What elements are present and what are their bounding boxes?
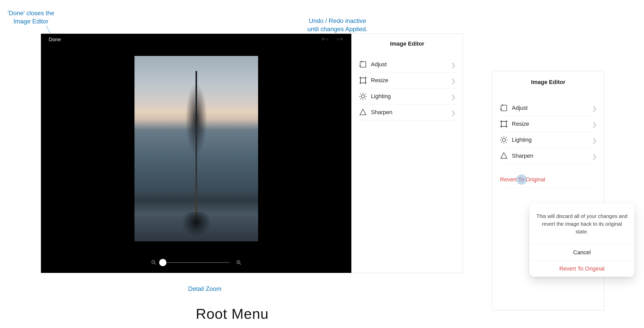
menu-item-label: Lighting — [512, 137, 532, 143]
annotation-text: until changes Applied. — [301, 25, 374, 33]
editor-menu: Adjust Resize Lighting — [351, 56, 463, 120]
image-content — [182, 212, 210, 238]
menu-item-adjust[interactable]: Adjust — [499, 100, 597, 116]
chevron-right-icon — [592, 138, 597, 142]
chevron-right-icon — [592, 154, 597, 158]
cancel-button[interactable]: Cancel — [529, 245, 634, 261]
svg-line-34 — [506, 142, 507, 143]
menu-item-resize[interactable]: Resize — [499, 116, 597, 132]
sidebar-title: Image Editor — [351, 34, 463, 56]
done-button[interactable]: Done — [49, 37, 61, 43]
svg-line-1 — [154, 263, 156, 265]
lighting-icon — [359, 92, 367, 101]
svg-rect-7 — [360, 62, 366, 67]
resize-icon — [499, 120, 508, 128]
image-editor-window: Done — [41, 33, 463, 273]
svg-line-18 — [360, 94, 361, 95]
zoom-in-icon[interactable] — [236, 260, 242, 265]
menu-item-label: Resize — [371, 77, 388, 84]
menu-item-sharpen[interactable]: Sharpen — [359, 104, 456, 120]
confirm-revert-button[interactable]: Revert To Original — [529, 261, 634, 277]
menu-item-label: Sharpen — [512, 153, 533, 159]
menu-item-sharpen[interactable]: Sharpen — [499, 148, 597, 164]
redo-icon[interactable] — [336, 36, 344, 43]
menu-item-label: Lighting — [371, 93, 391, 100]
sharpen-icon — [499, 152, 508, 160]
edited-image[interactable] — [134, 56, 258, 241]
menu-item-label: Sharpen — [371, 109, 392, 116]
svg-line-21 — [365, 94, 366, 95]
annotation-text: 'Done' closes the — [5, 9, 57, 17]
svg-line-36 — [506, 137, 507, 138]
editor-sidebar: Image Editor Adjust Resize L — [351, 34, 463, 273]
svg-line-20 — [360, 98, 361, 99]
sidebar-title: Image Editor — [492, 71, 604, 100]
revert-to-original-button[interactable]: Revert To Original — [499, 172, 597, 188]
lighting-icon — [499, 136, 508, 144]
svg-line-4 — [239, 263, 241, 265]
svg-line-33 — [501, 137, 502, 138]
popover-message: This will discard all of your changes an… — [529, 204, 634, 245]
svg-line-35 — [501, 142, 502, 143]
zoom-slider-thumb[interactable] — [159, 259, 166, 266]
menu-item-label: Adjust — [371, 61, 387, 68]
undo-icon[interactable] — [321, 36, 329, 43]
chevron-right-icon — [451, 62, 456, 67]
menu-item-lighting[interactable]: Lighting — [359, 88, 456, 104]
touch-indicator-icon — [516, 174, 527, 185]
menu-item-resize[interactable]: Resize — [359, 72, 456, 88]
image-content — [196, 71, 197, 219]
editor-menu: Adjust Resize Lighting Sharpen Reve — [492, 100, 604, 188]
svg-point-28 — [502, 138, 505, 141]
undo-redo-group — [321, 36, 344, 43]
sharpen-icon — [359, 108, 367, 117]
resize-icon — [359, 76, 367, 85]
svg-point-13 — [361, 95, 365, 98]
annotation-done-closes: 'Done' closes the Image Editor — [5, 9, 57, 26]
revert-confirmation-popover: This will discard all of your changes an… — [529, 204, 634, 277]
adjust-icon — [499, 104, 508, 112]
chevron-right-icon — [451, 110, 456, 115]
annotation-text: Image Editor — [5, 17, 57, 26]
canvas-toolbar: Done — [41, 34, 351, 45]
zoom-slider[interactable] — [163, 262, 230, 263]
annotation-text: Undo / Redo inactive — [301, 17, 374, 25]
svg-rect-8 — [360, 78, 365, 83]
svg-rect-23 — [501, 121, 506, 126]
chevron-right-icon — [592, 122, 597, 126]
svg-rect-22 — [501, 105, 507, 111]
menu-item-adjust[interactable]: Adjust — [359, 56, 456, 72]
canvas-area: Done — [41, 34, 351, 273]
menu-item-label: Adjust — [512, 105, 528, 111]
chevron-right-icon — [592, 106, 597, 110]
annotation-undo-redo: Undo / Redo inactive until changes Appli… — [301, 17, 374, 33]
zoom-out-icon[interactable] — [151, 260, 157, 265]
annotation-detail-zoom: Detail Zoom — [183, 285, 227, 293]
menu-item-lighting[interactable]: Lighting — [499, 132, 597, 148]
chevron-right-icon — [451, 78, 456, 83]
zoom-controls — [41, 252, 351, 273]
svg-line-19 — [365, 98, 366, 99]
adjust-icon — [359, 60, 367, 69]
menu-item-label: Resize — [512, 121, 529, 127]
chevron-right-icon — [451, 94, 456, 99]
canvas-body — [41, 45, 351, 252]
section-heading: Root Menu — [196, 305, 269, 322]
